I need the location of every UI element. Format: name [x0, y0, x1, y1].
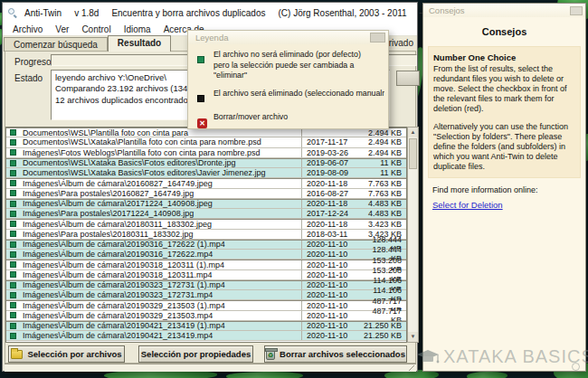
file-row[interactable]: Imágenes\Álbum de cámara\20190318_120311…	[6, 260, 406, 269]
online-info-label: Find more information online:	[432, 185, 576, 195]
file-row[interactable]: Imágenes\Álbum de cámara\20190329_213503…	[6, 311, 406, 321]
file-row[interactable]: Imágenes\Para postales\20160827_164749.j…	[6, 189, 406, 199]
tab-resultado[interactable]: Resultado	[108, 35, 171, 52]
file-path: Documentos\WSL\Plantilla foto con cinta …	[16, 128, 301, 137]
borrar-archivos-seleccionados-button[interactable]: Borrar archivos seleccionados	[264, 345, 407, 363]
file-row[interactable]: Imágenes\Fotos Weblogs\Plantilla foto co…	[6, 148, 406, 158]
file-path: Imágenes\Para postales\20180311_183302.j…	[16, 230, 301, 239]
tab-comenzar-busqueda[interactable]: Comenzar búsqueda	[4, 37, 108, 52]
file-row[interactable]: Imágenes\Álbum de cámara\20190316_172622…	[6, 250, 406, 260]
legend-item: ✕ Borrar/mover archivo	[197, 112, 384, 129]
title-bar: Anti-Twin v 1.8d Encuentra y borra archi…	[3, 3, 417, 23]
resize-grip[interactable]	[408, 365, 414, 371]
seleccion-por-archivos-button[interactable]: Selección por archivos	[8, 345, 125, 363]
file-path: Imágenes\Álbum de cámara\20180311_183302…	[16, 220, 301, 229]
keep-checkbox[interactable]	[10, 190, 16, 196]
button-label: Selección por archivos	[27, 349, 121, 359]
leaf-decoration	[226, 372, 303, 378]
select-for-deletion-link[interactable]: Select for Deletion	[432, 200, 503, 210]
keep-checkbox[interactable]	[10, 271, 16, 278]
file-path: Imágenes\Álbum de cámara\20190421_213419…	[16, 321, 301, 330]
file-row[interactable]: Documentos\WSL\Xataka\Plantilla foto con…	[6, 137, 406, 147]
hidden-side-button[interactable]	[396, 71, 420, 86]
keep-checkbox[interactable]	[10, 231, 16, 237]
file-size: 21.250 KB	[363, 331, 406, 340]
menu-item[interactable]: Idioma	[118, 24, 157, 34]
file-row[interactable]: Imágenes\Álbum de cámara\20190421_213419…	[6, 321, 406, 331]
app-copyright: (C) Jörg Rosenthal, 2003 - 2011	[278, 8, 406, 18]
consejos-title: Consejos	[429, 5, 570, 15]
app-version: v 1.8d	[74, 8, 99, 18]
leyenda-title-bar: Leyenda	[188, 31, 388, 44]
file-row[interactable]: Imágenes\Álbum de cámara\20190323_172731…	[6, 290, 406, 300]
file-date: 2019-08-09	[301, 168, 363, 177]
keep-checkbox[interactable]	[10, 333, 16, 339]
file-date: 2020-11-10	[301, 331, 363, 340]
file-row[interactable]: Imágenes\Álbum de cámara\20160827_164749…	[6, 178, 406, 188]
file-row[interactable]: Imágenes\Para postales\20180311_183302.j…	[6, 230, 406, 240]
file-row[interactable]: Imágenes\Álbum de cámara\20190323_172731…	[6, 280, 406, 290]
keep-checkbox[interactable]	[10, 302, 16, 308]
file-row[interactable]: Imágenes\Para postales\20171224_140908.j…	[6, 209, 406, 219]
keep-checkbox[interactable]	[10, 312, 16, 318]
scroll-down-icon[interactable]: ▼	[408, 332, 418, 342]
file-date: 2020-11-10	[301, 250, 363, 259]
file-date: 2020-11-10	[301, 290, 363, 299]
keep-checkbox[interactable]	[10, 180, 16, 186]
file-row[interactable]: Imágenes\Álbum de cámara\20190329_213503…	[6, 300, 406, 310]
file-size: 11 KB	[363, 158, 406, 167]
keep-checkbox[interactable]	[10, 170, 16, 176]
seleccion-por-propiedades-button[interactable]: Selección por propiedades	[138, 345, 253, 363]
scrollbar-thumb[interactable]	[409, 138, 417, 169]
green-square-icon	[197, 56, 204, 63]
keep-checkbox[interactable]	[10, 251, 16, 258]
file-path: Documentos\WSL\Xataka\Plantilla foto con…	[16, 137, 301, 146]
file-size: 7.763 KB	[363, 179, 406, 188]
leyenda-close-button[interactable]	[370, 33, 385, 43]
keep-checkbox[interactable]	[10, 201, 16, 207]
status-label: Estado	[14, 73, 43, 83]
legend-text: El archivo será eliminado (seleccionado …	[213, 89, 384, 106]
file-path: Imágenes\Álbum de cámara\20190316_172622…	[16, 240, 301, 249]
keep-checkbox[interactable]	[10, 129, 16, 136]
file-date: 2020-11-10	[301, 301, 363, 309]
file-row[interactable]: Imágenes\Álbum de cámara\20190318_120311…	[6, 270, 406, 280]
menu-item[interactable]: Archivo	[6, 24, 49, 34]
file-row[interactable]: Imágenes\Álbum de cámara\20190421_213419…	[6, 331, 406, 341]
progress-label: Progreso	[14, 57, 52, 67]
leyenda-body: El archivo no será eliminado (por defect…	[188, 44, 388, 129]
file-date: 2020-11-18	[301, 200, 363, 208]
keep-checkbox[interactable]	[10, 221, 16, 227]
file-date: 2017-11-17	[301, 137, 363, 146]
file-row[interactable]: Imágenes\Álbum de cámara\20171224_140908…	[6, 199, 406, 209]
keep-checkbox[interactable]	[10, 241, 16, 248]
menu-item[interactable]: Ver	[49, 24, 75, 34]
file-row[interactable]: Imágenes\Álbum de cámara\20190316_172622…	[6, 240, 406, 250]
keep-checkbox[interactable]	[10, 149, 16, 156]
consejos-close-button[interactable]	[570, 6, 583, 15]
file-date: 2016-08-27	[301, 189, 363, 198]
file-row[interactable]: Documentos\WSL\Xataka Basics\Fotos edito…	[6, 168, 406, 178]
keep-checkbox[interactable]	[10, 139, 16, 146]
keep-checkbox[interactable]	[10, 292, 16, 298]
file-path: Documentos\WSL\Xataka Basics\Fotos edito…	[16, 158, 301, 167]
menu-item[interactable]: Control	[75, 24, 117, 34]
keep-checkbox[interactable]	[10, 282, 16, 288]
tip-section: Number One Choice From the list of resul…	[428, 46, 581, 178]
folder-icon	[11, 350, 23, 359]
tip-paragraph: Alternatively you can use the function "…	[433, 122, 575, 172]
scroll-up-icon[interactable]: ▲	[408, 128, 418, 137]
file-path: Imágenes\Álbum de cámara\20190318_120311…	[16, 260, 301, 269]
list-scrollbar[interactable]: ▲ ▼	[407, 127, 419, 343]
legend-item: El archivo no será eliminado (por defect…	[197, 50, 384, 82]
file-row[interactable]: Documentos\WSL\Xataka Basics\Fotos edito…	[6, 158, 406, 168]
file-path: Imágenes\Álbum de cámara\20171224_140908…	[16, 199, 301, 208]
keep-checkbox[interactable]	[10, 323, 16, 329]
file-date: 2019-06-07	[301, 159, 363, 167]
file-path: Imágenes\Álbum de cámara\20190329_213503…	[16, 301, 301, 310]
file-date: 2019-03-26	[301, 148, 363, 157]
keep-checkbox[interactable]	[10, 160, 16, 166]
keep-checkbox[interactable]	[10, 211, 16, 217]
file-row[interactable]: Imágenes\Álbum de cámara\20180311_183302…	[6, 219, 406, 229]
keep-checkbox[interactable]	[10, 261, 16, 268]
